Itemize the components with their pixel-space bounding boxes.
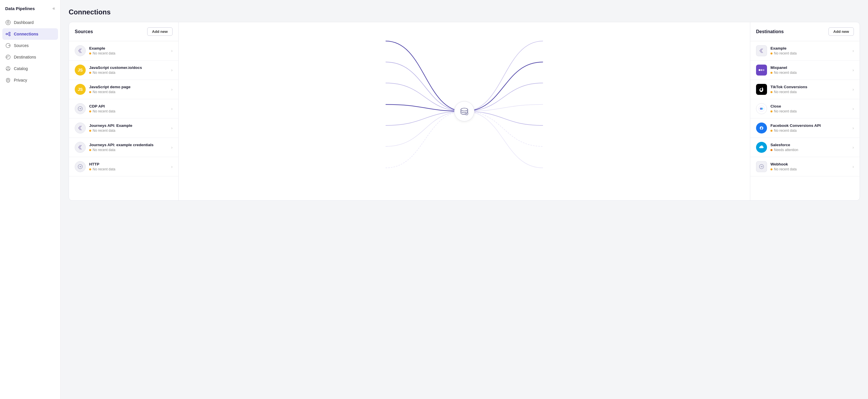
dest-icon-example: [756, 45, 767, 56]
connections-icon: [5, 31, 11, 37]
destinations-header: Destinations Add new: [750, 22, 860, 41]
dest-icon-webhook: [756, 161, 767, 172]
source-status-cdp-api: No recent data: [89, 109, 169, 113]
app-title: Data Pipelines: [5, 6, 35, 11]
source-item-cdp-api[interactable]: CDP API No recent data ›: [69, 99, 178, 119]
source-name-journeys-creds: Journeys API: example credentials: [89, 143, 169, 147]
source-info-cdp-api: CDP API No recent data: [89, 104, 169, 113]
source-icon-example: [75, 45, 86, 56]
source-name-cdp-api: CDP API: [89, 104, 169, 108]
dest-icon-tiktok: [756, 84, 767, 95]
source-icon-js-docs: JS: [75, 65, 86, 75]
sidebar-item-catalog[interactable]: Catalog: [0, 63, 60, 74]
dest-info-mixpanel: Mixpanel No recent data: [771, 65, 850, 75]
svg-point-28: [763, 69, 765, 71]
sidebar-label-sources: Sources: [14, 43, 29, 48]
status-dot-close: [771, 110, 773, 112]
status-dot-webhook: [771, 168, 773, 170]
sources-column: Sources Add new Example No recent data: [69, 22, 179, 200]
chevron-icon-journeys-example: ›: [171, 126, 173, 130]
svg-point-13: [8, 67, 9, 68]
source-item-journeys-creds[interactable]: Journeys API: example credentials No rec…: [69, 138, 178, 157]
status-dot-journeys-example: [89, 130, 91, 132]
dest-item-close[interactable]: Close No recent data ›: [750, 99, 860, 119]
sidebar-header: Data Pipelines «: [0, 5, 60, 17]
source-item-js-demo[interactable]: JS JavaScript demo page No recent data ›: [69, 80, 178, 99]
catalog-icon: [5, 66, 11, 71]
chevron-icon-close: ›: [852, 106, 854, 111]
source-info-journeys-creds: Journeys API: example credentials No rec…: [89, 143, 169, 152]
svg-line-7: [7, 34, 9, 35]
dest-name-close: Close: [771, 104, 850, 108]
source-info-http: HTTP No recent data: [89, 162, 169, 171]
source-icon-cdp-api: [75, 103, 86, 114]
svg-point-1: [7, 22, 9, 23]
dest-icon-mixpanel: [756, 65, 767, 75]
sources-title: Sources: [75, 29, 93, 34]
sidebar-item-dashboard[interactable]: Dashboard: [0, 17, 60, 28]
sidebar-label-dashboard: Dashboard: [14, 20, 34, 25]
status-dot-facebook: [771, 130, 773, 132]
source-name-journeys-example: Journeys API: Example: [89, 123, 169, 128]
main-content: Connections Sources Add new Example: [61, 0, 868, 399]
status-dot-http: [89, 168, 91, 170]
sidebar-item-sources[interactable]: Sources: [0, 40, 60, 51]
chevron-icon-webhook: ›: [852, 164, 854, 169]
source-item-http[interactable]: HTTP No recent data ›: [69, 157, 178, 176]
chevron-icon-dest-example: ›: [852, 48, 854, 53]
dest-item-salesforce[interactable]: Salesforce Needs attention ›: [750, 138, 860, 157]
dest-item-webhook[interactable]: Webhook No recent data ›: [750, 157, 860, 176]
dest-icon-salesforce: [756, 142, 767, 153]
chevron-icon-http: ›: [171, 164, 173, 169]
dashboard-icon: [5, 20, 11, 25]
svg-point-30: [761, 108, 762, 109]
sidebar-item-destinations[interactable]: Destinations: [0, 51, 60, 63]
pipeline-visualization: [179, 22, 750, 200]
source-item-example[interactable]: Example No recent data ›: [69, 41, 178, 61]
svg-point-22: [461, 108, 468, 111]
source-status-js-docs: No recent data: [89, 71, 169, 75]
center-hub: [454, 101, 474, 121]
source-name-js-docs: JavaScript customer.io/docs: [89, 65, 169, 70]
svg-rect-19: [7, 80, 9, 81]
sidebar-label-catalog: Catalog: [14, 66, 28, 71]
dest-item-tiktok[interactable]: TikTok Conversions No recent data ›: [750, 80, 860, 99]
sources-add-new-button[interactable]: Add new: [147, 27, 173, 36]
chevron-icon-salesforce: ›: [852, 145, 854, 149]
source-info-js-demo: JavaScript demo page No recent data: [89, 85, 169, 94]
source-info-example: Example No recent data: [89, 46, 169, 55]
hub-icon: [459, 106, 469, 117]
connections-panel: Sources Add new Example No recent data: [69, 22, 860, 201]
dest-info-webhook: Webhook No recent data: [771, 162, 850, 171]
status-dot-cdp-api: [89, 110, 91, 112]
dest-name-mixpanel: Mixpanel: [771, 65, 850, 70]
svg-point-27: [761, 69, 763, 71]
source-info-js-docs: JavaScript customer.io/docs No recent da…: [89, 65, 169, 75]
svg-point-5: [9, 35, 10, 36]
source-item-js-docs[interactable]: JS JavaScript customer.io/docs No recent…: [69, 61, 178, 80]
svg-line-6: [7, 33, 9, 34]
collapse-button[interactable]: «: [51, 5, 56, 11]
source-info-journeys-example: Journeys API: Example No recent data: [89, 123, 169, 133]
chevron-icon-example: ›: [171, 48, 173, 53]
sources-header: Sources Add new: [69, 22, 178, 41]
source-name-js-demo: JavaScript demo page: [89, 85, 169, 89]
destinations-icon: [5, 54, 11, 60]
dest-item-facebook[interactable]: Facebook Conversions API No recent data …: [750, 119, 860, 138]
svg-point-3: [6, 33, 7, 35]
sidebar-item-privacy[interactable]: Privacy: [0, 74, 60, 86]
chevron-icon-mixpanel: ›: [852, 68, 854, 72]
dest-item-example[interactable]: Example No recent data ›: [750, 41, 860, 61]
source-item-journeys-example[interactable]: Journeys API: Example No recent data ›: [69, 119, 178, 138]
dest-status-close: No recent data: [771, 109, 850, 113]
status-dot-dest-example: [771, 53, 773, 55]
dest-status-salesforce: Needs attention: [771, 148, 850, 152]
dest-item-mixpanel[interactable]: Mixpanel No recent data ›: [750, 61, 860, 80]
source-icon-js-demo: JS: [75, 84, 86, 95]
svg-point-9: [9, 45, 10, 46]
dest-status-facebook: No recent data: [771, 129, 850, 133]
source-status-journeys-example: No recent data: [89, 129, 169, 133]
sidebar-item-connections[interactable]: Connections: [2, 28, 58, 40]
destinations-add-new-button[interactable]: Add new: [829, 27, 854, 36]
source-icon-journeys-example: [75, 123, 86, 133]
